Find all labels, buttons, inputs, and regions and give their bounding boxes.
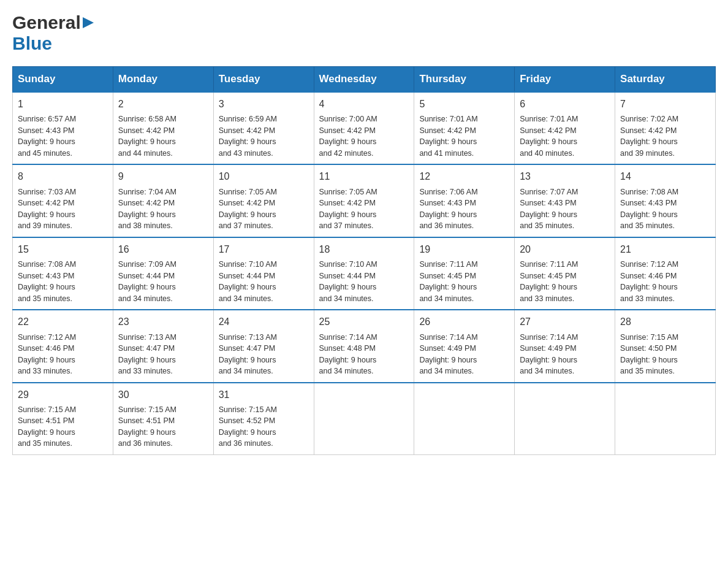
day-number: 31 [219, 388, 309, 402]
day-info: Sunrise: 7:13 AMSunset: 4:47 PMDaylight:… [219, 333, 277, 376]
calendar-cell: 22Sunrise: 7:12 AMSunset: 4:46 PMDayligh… [13, 310, 113, 382]
day-info: Sunrise: 7:10 AMSunset: 4:44 PMDaylight:… [219, 260, 277, 303]
header-tuesday: Tuesday [213, 67, 314, 93]
day-number: 3 [219, 98, 309, 111]
week-row-2: 8Sunrise: 7:03 AMSunset: 4:42 PMDaylight… [13, 164, 716, 237]
page-header: General Blue [12, 12, 716, 54]
calendar-cell: 24Sunrise: 7:13 AMSunset: 4:47 PMDayligh… [213, 310, 314, 382]
day-info: Sunrise: 7:05 AMSunset: 4:42 PMDaylight:… [219, 188, 277, 231]
calendar-cell: 5Sunrise: 7:01 AMSunset: 4:42 PMDaylight… [414, 92, 515, 164]
day-info: Sunrise: 7:15 AMSunset: 4:50 PMDaylight:… [620, 333, 678, 376]
calendar-cell: 28Sunrise: 7:15 AMSunset: 4:50 PMDayligh… [615, 310, 716, 382]
day-info: Sunrise: 7:11 AMSunset: 4:45 PMDaylight:… [419, 260, 477, 303]
calendar-cell: 26Sunrise: 7:14 AMSunset: 4:49 PMDayligh… [414, 310, 515, 382]
calendar-cell: 19Sunrise: 7:11 AMSunset: 4:45 PMDayligh… [414, 237, 515, 310]
day-number: 29 [18, 388, 108, 402]
day-number: 1 [18, 98, 108, 111]
day-number: 23 [118, 315, 208, 329]
day-number: 25 [319, 315, 409, 329]
day-info: Sunrise: 7:02 AMSunset: 4:42 PMDaylight:… [620, 115, 678, 158]
calendar-cell [314, 383, 414, 455]
week-row-4: 22Sunrise: 7:12 AMSunset: 4:46 PMDayligh… [13, 310, 716, 382]
logo-arrow-icon [83, 16, 95, 29]
logo: General Blue [12, 12, 95, 54]
day-number: 17 [219, 243, 309, 256]
calendar-cell: 3Sunrise: 6:59 AMSunset: 4:42 PMDaylight… [213, 92, 314, 164]
day-number: 7 [620, 98, 710, 111]
calendar-cell: 15Sunrise: 7:08 AMSunset: 4:43 PMDayligh… [13, 237, 113, 310]
calendar-cell: 18Sunrise: 7:10 AMSunset: 4:44 PMDayligh… [314, 237, 414, 310]
calendar-cell: 2Sunrise: 6:58 AMSunset: 4:42 PMDaylight… [113, 92, 213, 164]
day-info: Sunrise: 7:12 AMSunset: 4:46 PMDaylight:… [18, 333, 76, 376]
header-monday: Monday [113, 67, 213, 93]
day-number: 11 [319, 170, 409, 183]
day-number: 20 [520, 243, 610, 256]
day-info: Sunrise: 7:15 AMSunset: 4:51 PMDaylight:… [18, 405, 76, 448]
day-number: 24 [219, 315, 309, 329]
week-row-1: 1Sunrise: 6:57 AMSunset: 4:43 PMDaylight… [13, 92, 716, 164]
day-number: 5 [419, 98, 509, 111]
day-number: 18 [319, 243, 409, 256]
day-number: 30 [118, 388, 208, 402]
calendar-cell: 27Sunrise: 7:14 AMSunset: 4:49 PMDayligh… [515, 310, 615, 382]
calendar-cell: 8Sunrise: 7:03 AMSunset: 4:42 PMDaylight… [13, 164, 113, 237]
day-info: Sunrise: 7:15 AMSunset: 4:52 PMDaylight:… [219, 405, 277, 448]
day-info: Sunrise: 7:14 AMSunset: 4:49 PMDaylight:… [419, 333, 477, 376]
calendar-cell: 30Sunrise: 7:15 AMSunset: 4:51 PMDayligh… [113, 383, 213, 455]
calendar-cell: 29Sunrise: 7:15 AMSunset: 4:51 PMDayligh… [13, 383, 113, 455]
day-number: 19 [419, 243, 509, 256]
calendar-cell: 4Sunrise: 7:00 AMSunset: 4:42 PMDaylight… [314, 92, 414, 164]
day-number: 10 [219, 170, 309, 183]
day-info: Sunrise: 7:13 AMSunset: 4:47 PMDaylight:… [118, 333, 176, 376]
header-saturday: Saturday [615, 67, 716, 93]
day-info: Sunrise: 7:06 AMSunset: 4:43 PMDaylight:… [419, 188, 477, 231]
week-row-3: 15Sunrise: 7:08 AMSunset: 4:43 PMDayligh… [13, 237, 716, 310]
header-thursday: Thursday [414, 67, 515, 93]
day-number: 16 [118, 243, 208, 256]
calendar-cell: 17Sunrise: 7:10 AMSunset: 4:44 PMDayligh… [213, 237, 314, 310]
calendar-cell: 21Sunrise: 7:12 AMSunset: 4:46 PMDayligh… [615, 237, 716, 310]
day-info: Sunrise: 7:08 AMSunset: 4:43 PMDaylight:… [18, 260, 76, 303]
day-number: 8 [18, 170, 108, 183]
header-sunday: Sunday [13, 67, 113, 93]
day-number: 22 [18, 315, 108, 329]
logo-general-text: General [12, 12, 81, 33]
day-number: 4 [319, 98, 409, 111]
calendar-cell: 13Sunrise: 7:07 AMSunset: 4:43 PMDayligh… [515, 164, 615, 237]
day-info: Sunrise: 7:14 AMSunset: 4:49 PMDaylight:… [520, 333, 578, 376]
week-row-5: 29Sunrise: 7:15 AMSunset: 4:51 PMDayligh… [13, 383, 716, 455]
day-info: Sunrise: 6:59 AMSunset: 4:42 PMDaylight:… [219, 115, 277, 158]
calendar-table: SundayMondayTuesdayWednesdayThursdayFrid… [12, 66, 716, 455]
day-info: Sunrise: 7:05 AMSunset: 4:42 PMDaylight:… [319, 188, 377, 231]
day-info: Sunrise: 7:14 AMSunset: 4:48 PMDaylight:… [319, 333, 377, 376]
day-info: Sunrise: 7:07 AMSunset: 4:43 PMDaylight:… [520, 188, 578, 231]
calendar-cell: 12Sunrise: 7:06 AMSunset: 4:43 PMDayligh… [414, 164, 515, 237]
calendar-cell: 23Sunrise: 7:13 AMSunset: 4:47 PMDayligh… [113, 310, 213, 382]
day-number: 28 [620, 315, 710, 329]
day-number: 2 [118, 98, 208, 111]
day-info: Sunrise: 7:01 AMSunset: 4:42 PMDaylight:… [419, 115, 477, 158]
day-number: 15 [18, 243, 108, 256]
calendar-cell [515, 383, 615, 455]
day-info: Sunrise: 7:08 AMSunset: 4:43 PMDaylight:… [620, 188, 678, 231]
day-info: Sunrise: 7:11 AMSunset: 4:45 PMDaylight:… [520, 260, 578, 303]
header-friday: Friday [515, 67, 615, 93]
day-info: Sunrise: 6:57 AMSunset: 4:43 PMDaylight:… [18, 115, 76, 158]
day-info: Sunrise: 6:58 AMSunset: 4:42 PMDaylight:… [118, 115, 176, 158]
header-wednesday: Wednesday [314, 67, 414, 93]
calendar-cell: 11Sunrise: 7:05 AMSunset: 4:42 PMDayligh… [314, 164, 414, 237]
day-info: Sunrise: 7:15 AMSunset: 4:51 PMDaylight:… [118, 405, 176, 448]
calendar-cell: 6Sunrise: 7:01 AMSunset: 4:42 PMDaylight… [515, 92, 615, 164]
calendar-cell: 16Sunrise: 7:09 AMSunset: 4:44 PMDayligh… [113, 237, 213, 310]
day-info: Sunrise: 7:04 AMSunset: 4:42 PMDaylight:… [118, 188, 176, 231]
day-number: 13 [520, 170, 610, 183]
day-info: Sunrise: 7:10 AMSunset: 4:44 PMDaylight:… [319, 260, 377, 303]
day-info: Sunrise: 7:00 AMSunset: 4:42 PMDaylight:… [319, 115, 377, 158]
calendar-cell: 9Sunrise: 7:04 AMSunset: 4:42 PMDaylight… [113, 164, 213, 237]
calendar-cell: 10Sunrise: 7:05 AMSunset: 4:42 PMDayligh… [213, 164, 314, 237]
day-info: Sunrise: 7:12 AMSunset: 4:46 PMDaylight:… [620, 260, 678, 303]
day-number: 21 [620, 243, 710, 256]
calendar-cell: 20Sunrise: 7:11 AMSunset: 4:45 PMDayligh… [515, 237, 615, 310]
day-number: 9 [118, 170, 208, 183]
day-number: 12 [419, 170, 509, 183]
